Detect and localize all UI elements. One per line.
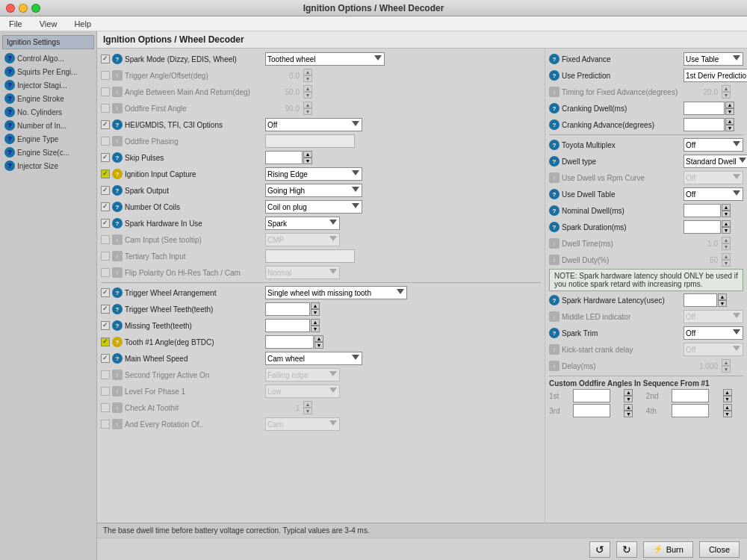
sidebar-item-number-injectors[interactable]: ? Number of In...: [2, 119, 94, 132]
trigger-arr-checkbox[interactable]: [101, 288, 110, 297]
missing-down[interactable]: ▼: [311, 326, 320, 332]
sidebar-item-engine-stroke[interactable]: ? Engine Stroke: [2, 92, 94, 105]
menu-help[interactable]: Help: [71, 18, 94, 30]
spark-duration-input[interactable]: 1.0: [684, 220, 721, 234]
menu-file[interactable]: File: [6, 18, 25, 30]
slat-up[interactable]: ▲: [718, 293, 727, 300]
spark-hw-checkbox[interactable]: [101, 219, 110, 228]
c3-up[interactable]: ▲: [624, 404, 633, 411]
spark-output-select[interactable]: Going High: [265, 184, 362, 197]
sidebar-item-engine-type[interactable]: ? Engine Type: [2, 132, 94, 146]
c1-down[interactable]: ▼: [624, 396, 633, 402]
sdur-up[interactable]: ▲: [722, 220, 731, 227]
use-prediction-select[interactable]: 1st Deriv Prediction: [684, 69, 747, 82]
skip-pulses-input[interactable]: 3: [265, 151, 303, 164]
trigger-teeth-input[interactable]: 24: [265, 302, 310, 316]
c2-down[interactable]: ▼: [723, 396, 732, 402]
nominal-dwell-input[interactable]: 2.5: [684, 204, 721, 217]
custom-1st-input[interactable]: 180.0: [573, 389, 610, 402]
ignition-capture-select[interactable]: Rising Edge: [265, 167, 362, 181]
fixed-advance-select[interactable]: Use Table: [684, 52, 743, 66]
spark-mode-row: ? Spark Mode (Dizzy, EDIS, Wheel) Toothe…: [101, 52, 541, 66]
dwell-duty-icon: i: [549, 255, 560, 265]
custom-3rd-input[interactable]: 180.0: [573, 404, 610, 417]
toyota-select[interactable]: Off: [684, 138, 743, 152]
tooth-up[interactable]: ▲: [314, 335, 323, 342]
dwell-type-label: ? Dwell type: [549, 156, 684, 167]
skip-down[interactable]: ▼: [303, 158, 312, 164]
cranking-dwell-input[interactable]: 3.5: [684, 102, 725, 115]
c2-up[interactable]: ▲: [723, 389, 732, 396]
menu-view[interactable]: View: [37, 18, 61, 30]
coils-select[interactable]: Coil on plug: [265, 200, 362, 214]
custom-2nd-input[interactable]: 180.0: [672, 389, 709, 402]
main-wheel-select[interactable]: Cam wheel: [265, 352, 362, 365]
main-wheel-checkbox[interactable]: [101, 354, 110, 363]
spark-mode-select[interactable]: Toothed wheel: [265, 52, 385, 66]
spark-hw-select[interactable]: Spark: [265, 217, 340, 230]
ndwell-up[interactable]: ▲: [722, 204, 731, 211]
back-button[interactable]: ↺: [589, 541, 610, 558]
forward-button[interactable]: ↻: [616, 541, 637, 558]
c4-down[interactable]: ▼: [723, 411, 732, 417]
sidebar-item-injector-size[interactable]: ? Injector Size: [2, 159, 94, 172]
missing-teeth-input[interactable]: 1: [265, 319, 310, 332]
skip-up[interactable]: ▲: [303, 151, 312, 158]
spark-trim-label: ? Spark Trim: [549, 328, 684, 338]
skip-pulses-checkbox[interactable]: [101, 153, 110, 162]
c1-up[interactable]: ▲: [624, 389, 633, 396]
teeth-up[interactable]: ▲: [311, 302, 320, 309]
spark-trim-select[interactable]: Off: [684, 326, 743, 340]
hei-checkbox[interactable]: [101, 120, 110, 129]
dwell-table-select[interactable]: Off: [684, 187, 743, 201]
sidebar-item-squirts[interactable]: ? Squirts Per Engi...: [2, 65, 94, 78]
cdwell-up[interactable]: ▲: [725, 102, 734, 108]
close-button[interactable]: Close: [699, 541, 740, 558]
sidebar-item-engine-size[interactable]: ? Engine Size(c...: [2, 146, 94, 159]
sidebar-section-ignition[interactable]: Ignition Settings: [2, 35, 94, 49]
cadv-up[interactable]: ▲: [725, 118, 734, 125]
spark-latency-input[interactable]: 0: [684, 293, 717, 307]
ndwell-down[interactable]: ▼: [722, 211, 731, 217]
delay-ms-label: i Delay(ms): [549, 361, 684, 371]
missing-teeth-checkbox[interactable]: [101, 321, 110, 330]
maximize-window-btn[interactable]: [31, 4, 40, 13]
close-window-btn[interactable]: [6, 4, 15, 13]
tooth-angle-checkbox[interactable]: [101, 337, 110, 346]
sidebar-item-no-cylinders[interactable]: ? No. Cylinders: [2, 105, 94, 119]
burn-button[interactable]: ⚡ Burn: [643, 541, 693, 558]
cdwell-down[interactable]: ▼: [725, 108, 734, 115]
ignition-capture-checkbox[interactable]: [101, 169, 110, 178]
tooth-down[interactable]: ▼: [314, 342, 323, 349]
use-prediction-row: ? Use Prediction 1st Deriv Prediction: [549, 68, 743, 83]
slat-down[interactable]: ▼: [718, 300, 727, 307]
c4-up[interactable]: ▲: [723, 404, 732, 411]
spark-trim-row: ? Spark Trim Off: [549, 326, 743, 340]
check-tooth-value: 1: [265, 404, 303, 412]
trigger-teeth-checkbox[interactable]: [101, 305, 110, 314]
hei-select[interactable]: Off: [265, 118, 362, 131]
trigger-angle-icon: i: [112, 70, 123, 81]
teeth-down[interactable]: ▼: [311, 309, 320, 316]
coils-checkbox[interactable]: [101, 202, 110, 211]
missing-up[interactable]: ▲: [311, 319, 320, 326]
every-rotation-icon: i: [112, 419, 123, 429]
custom-4th-input[interactable]: 180.0: [672, 404, 709, 417]
custom-2nd-label: 2nd: [646, 392, 670, 400]
cadv-down[interactable]: ▼: [725, 125, 734, 131]
spark-output-q-icon: ?: [112, 185, 123, 196]
trigger-arrangement-select[interactable]: Single wheel with missing tooth: [265, 286, 407, 299]
flip-polarity-row: i Flip Polarity On Hi-Res Tach / Cam Nor…: [101, 265, 541, 280]
cranking-advance-input[interactable]: 10.0: [684, 118, 725, 131]
sidebar-item-control-algo[interactable]: ? Control Algo...: [2, 52, 94, 65]
tooth-angle-input[interactable]: 267.0: [265, 335, 314, 349]
minimize-window-btn[interactable]: [19, 4, 28, 13]
sdur-down[interactable]: ▼: [722, 227, 731, 234]
dwell-time-value: 1.0: [684, 240, 721, 248]
sidebar-item-injector-staging[interactable]: ? Injector Stagi...: [2, 78, 94, 92]
spark-output-checkbox[interactable]: [101, 186, 110, 195]
spark-mode-checkbox[interactable]: [101, 55, 110, 63]
c3-down[interactable]: ▼: [624, 411, 633, 417]
timing-down: ▼: [722, 92, 731, 99]
dwell-type-select[interactable]: Standard Dwell: [684, 155, 747, 168]
